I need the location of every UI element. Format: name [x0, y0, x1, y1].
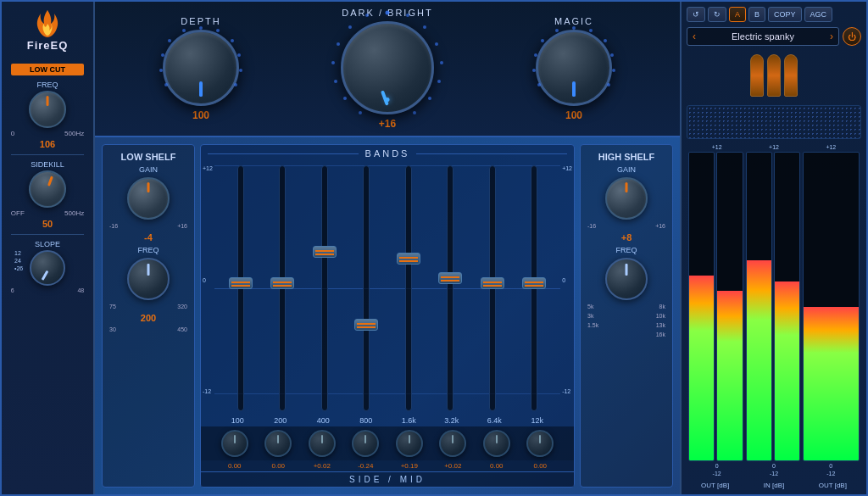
mini-knob-100[interactable]: [221, 430, 248, 457]
fire-icon: [32, 8, 63, 39]
svg-point-38: [537, 83, 541, 86]
freq-knob[interactable]: [29, 91, 66, 128]
svg-point-2: [216, 29, 220, 32]
high-shelf-freq-max3: 13k: [656, 322, 665, 328]
high-shelf-title: HIGH SHELF: [598, 152, 655, 162]
mini-knob-200[interactable]: [264, 430, 292, 457]
low-shelf-gain-knob[interactable]: [127, 177, 170, 220]
redo-button[interactable]: ↻: [708, 7, 726, 22]
svg-point-35: [541, 39, 544, 42]
in-bar-r: [775, 281, 799, 460]
svg-point-25: [343, 97, 347, 100]
mini-knob-3k2[interactable]: [439, 430, 466, 457]
out-meter-2: [803, 152, 860, 461]
app-name: FireEQ: [27, 39, 69, 52]
fader-100[interactable]: [229, 277, 253, 289]
low-shelf-freq-knob[interactable]: [127, 258, 170, 300]
fader-3k2[interactable]: [438, 272, 462, 284]
high-shelf-freq-knob[interactable]: [605, 258, 648, 300]
meter-scale-bot-1: -12: [713, 471, 721, 476]
freq-range: 0 500Hz: [11, 130, 84, 137]
db-bot-left: -12: [203, 388, 213, 394]
svg-point-0: [160, 27, 242, 109]
mini-knob-6k4[interactable]: [483, 430, 510, 457]
slope-section: SLOPE 12 24 •26 6 48: [7, 240, 88, 293]
freq-labels-row: 100 200 400 800 1.6k 3.2k 6.4k 12k: [201, 415, 574, 426]
speaker-grill: [687, 105, 861, 139]
freq-label-12k: 12k: [522, 416, 553, 425]
svg-point-16: [435, 42, 438, 46]
meter-scale-top-1: +12: [712, 144, 722, 150]
in-label: IN [dB]: [745, 482, 802, 489]
high-shelf-freq-min3: 1.5k: [587, 322, 598, 328]
power-button[interactable]: ⏻: [843, 27, 861, 46]
a-button[interactable]: A: [729, 7, 746, 22]
depth-dot-ring: [154, 21, 248, 114]
prev-preset-button[interactable]: ‹: [693, 31, 696, 42]
tube-indicators-row: [687, 51, 861, 100]
mini-knob-800[interactable]: [352, 430, 379, 457]
val-3k2: +0.02: [437, 462, 468, 470]
svg-point-27: [413, 111, 416, 114]
svg-point-37: [532, 69, 536, 72]
val-100: 0.00: [220, 462, 250, 470]
low-shelf-freq-label: FREQ: [137, 246, 159, 254]
fader-400[interactable]: [313, 246, 337, 258]
meter-scale-mid-3: 0: [829, 463, 832, 469]
next-preset-button[interactable]: ›: [830, 31, 833, 42]
magic-group: MAGIC: [536, 16, 612, 121]
val-6k4: 0.00: [481, 462, 512, 470]
svg-point-4: [237, 53, 241, 57]
high-shelf-gain-knob[interactable]: [605, 177, 648, 220]
freq-min: 0: [11, 130, 14, 137]
out-bar-2: [804, 307, 859, 461]
tube-3: [784, 54, 798, 97]
meter-scale-top-2: +12: [769, 144, 779, 150]
svg-point-10: [159, 69, 163, 72]
value-labels-row: 0.00 0.00 +0.02 -0.24 +0.19 +0.02 0.00 0…: [201, 460, 574, 471]
meter-scale-bot-3: -12: [826, 471, 835, 476]
svg-point-13: [385, 10, 389, 14]
svg-point-19: [428, 97, 431, 100]
out-label-1: OUT [dB]: [687, 482, 743, 489]
mini-knob-12k[interactable]: [526, 430, 554, 457]
main-container: FireEQ LOW CUT FREQ 0 500Hz 106 SIDEKILL…: [0, 0, 868, 496]
divider-2: [11, 234, 84, 235]
fader-6k4[interactable]: [481, 277, 504, 289]
val-12k: 0.00: [525, 462, 555, 470]
freq-label-1k6: 1.6k: [393, 416, 424, 425]
fader-200[interactable]: [270, 277, 294, 289]
mini-knob-1k6[interactable]: [396, 430, 423, 457]
slope-knob[interactable]: [30, 250, 65, 286]
freq-label-400: 400: [308, 416, 338, 425]
b-button[interactable]: B: [748, 7, 765, 22]
agc-button[interactable]: AGC: [804, 7, 833, 22]
sidekill-value: 50: [42, 219, 53, 229]
copy-button[interactable]: COPY: [768, 7, 802, 22]
bands-area: LOW SHELF GAIN -16 +16 -4 FREQ 75 320 20…: [95, 137, 680, 494]
meter-labels-row: OUT [dB] IN [dB] OUT [dB]: [687, 482, 861, 489]
sidekill-min: OFF: [11, 209, 25, 217]
svg-point-11: [164, 83, 168, 86]
db-top-right: +12: [562, 165, 572, 171]
mini-knob-400[interactable]: [309, 430, 336, 457]
undo-button[interactable]: ↺: [687, 7, 705, 22]
fader-12k[interactable]: [522, 277, 546, 289]
high-shelf-gain-max: +16: [655, 223, 665, 229]
right-panel: ↺ ↻ A B COPY AGC ‹ Electric spanky › ⏻: [680, 2, 866, 494]
bands-main: BANDS +12 0 -12 +12 0 -12: [200, 144, 575, 488]
fader-800[interactable]: [354, 319, 378, 331]
freq-label: FREQ: [36, 81, 58, 89]
fader-1k6[interactable]: [397, 253, 420, 265]
preset-name: Electric spanky: [699, 31, 826, 42]
low-shelf-gain-max: +16: [177, 223, 187, 229]
sidekill-knob[interactable]: [24, 165, 71, 213]
slope-max1: 48: [77, 287, 84, 293]
sidekill-label: SIDEKILL: [31, 160, 64, 169]
val-400: +0.02: [307, 462, 337, 470]
svg-point-32: [612, 69, 615, 72]
left-sidebar: FireEQ LOW CUT FREQ 0 500Hz 106 SIDEKILL…: [2, 2, 95, 494]
mini-knobs-row: [201, 426, 574, 460]
val-800: -0.24: [350, 462, 381, 470]
preset-nav-row: ‹ Electric spanky › ⏻: [687, 27, 861, 46]
